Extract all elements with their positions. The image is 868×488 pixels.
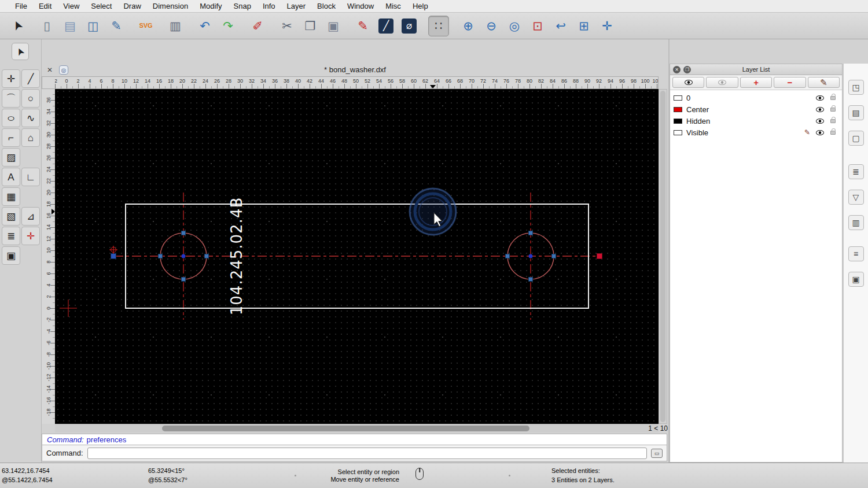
ellipse-tool[interactable]: ○ — [2, 109, 20, 127]
copy-button[interactable]: ❐ — [300, 16, 321, 36]
menu-draw[interactable]: Draw — [117, 0, 146, 13]
layer-row-0[interactable]: 0 — [670, 92, 842, 103]
center-point-left[interactable] — [182, 254, 186, 258]
layer-panel-float-icon[interactable]: ❐ — [683, 66, 691, 73]
endpoint-handle-right[interactable] — [597, 254, 602, 259]
new-file-button[interactable]: ▯ — [36, 16, 57, 36]
text-tool[interactable]: A — [2, 168, 20, 186]
console-toggle-icon[interactable]: ▭ — [651, 449, 663, 458]
construction-toggle-button[interactable]: ⌀ — [399, 16, 420, 36]
save-as-button[interactable]: ✎ — [106, 16, 127, 36]
arc-tool[interactable]: ⌒ — [2, 89, 20, 108]
library-browser-toggle[interactable]: ≣ — [848, 164, 864, 179]
menu-file[interactable]: File — [9, 0, 33, 13]
layer-visibility-eye-icon[interactable] — [816, 130, 824, 135]
polyline-tool[interactable]: ⌐ — [2, 128, 20, 147]
polygon-tool[interactable]: ⌂ — [21, 128, 40, 147]
h-scrollbar[interactable] — [55, 424, 659, 432]
menu-info[interactable]: Info — [257, 0, 281, 13]
paste-button[interactable]: ▣ — [323, 16, 344, 36]
menu-block[interactable]: Block — [311, 0, 341, 13]
menu-dimension[interactable]: Dimension — [147, 0, 194, 13]
cut-button[interactable]: ✂ — [277, 16, 297, 36]
center-point-right[interactable] — [529, 254, 533, 258]
layer-lock-icon[interactable] — [830, 96, 836, 100]
grid-toggle-button[interactable]: ∷ — [428, 16, 449, 36]
layer-list-toggle[interactable]: ▤ — [848, 105, 864, 120]
layer-row-hidden[interactable]: Hidden — [670, 115, 842, 127]
circle-tool[interactable]: ○ — [21, 89, 40, 108]
zoom-selected-button[interactable]: ⊡ — [527, 16, 548, 36]
command-line-toggle[interactable]: ≡ — [848, 246, 864, 261]
spline-tool[interactable]: ∿ — [21, 109, 40, 127]
menu-view[interactable]: View — [57, 0, 85, 13]
drawing-svg[interactable]: 104.245.02.4B — [55, 89, 659, 424]
block-3d-tool[interactable]: ▣ — [2, 246, 20, 265]
measure-tool[interactable]: ⊿ — [21, 207, 40, 225]
remove-layer-button[interactable]: − — [774, 77, 806, 88]
open-file-button[interactable]: ▤ — [60, 16, 80, 36]
menu-layer[interactable]: Layer — [281, 0, 312, 13]
draw-order-tool[interactable]: ≣ — [2, 227, 20, 245]
dimension-tool[interactable]: ∟ — [21, 168, 40, 186]
menu-edit[interactable]: Edit — [33, 0, 57, 13]
zoom-in-button[interactable]: ⊕ — [458, 16, 479, 36]
snap-tool[interactable]: ✛ — [21, 227, 40, 245]
part-label-text[interactable]: 104.245.02.4B — [228, 197, 245, 316]
add-layer-button[interactable]: + — [740, 77, 772, 88]
layer-row-visible[interactable]: Visible✎ — [670, 127, 842, 138]
menu-help[interactable]: Help — [407, 0, 434, 13]
redo-button[interactable]: ↷ — [218, 16, 238, 36]
zoom-window-button[interactable]: ⊞ — [573, 16, 594, 36]
image-tool[interactable]: ▦ — [2, 187, 20, 206]
layer-lock-icon[interactable] — [830, 108, 836, 112]
endpoint-handle-left[interactable] — [111, 254, 116, 259]
pen-palette-toggle[interactable]: ▥ — [848, 215, 864, 230]
layer-lock-icon[interactable] — [830, 119, 836, 123]
zoom-previous-button[interactable]: ↩ — [550, 16, 571, 36]
v-scrollbar-thumb[interactable] — [660, 91, 665, 422]
layer-panel-close-icon[interactable]: ✕ — [673, 66, 681, 73]
pen-button[interactable]: ✎ — [352, 16, 373, 36]
v-scrollbar[interactable] — [659, 89, 667, 424]
svg-export-button[interactable]: SVG — [135, 16, 156, 36]
select-arrow-button[interactable]: ➤ — [7, 16, 28, 36]
save-button[interactable]: ◫ — [83, 16, 104, 36]
menu-select[interactable]: Select — [85, 0, 117, 13]
edit-layer-button[interactable]: ✎ — [808, 77, 840, 88]
layer-lock-icon[interactable] — [830, 131, 836, 135]
delete-button[interactable]: ✐ — [247, 16, 268, 36]
properties-panel-toggle[interactable]: ◳ — [848, 80, 864, 95]
layer-row-center[interactable]: Center — [670, 103, 842, 115]
hatch-tool[interactable]: ▨ — [2, 148, 20, 167]
layer-visibility-eye-icon[interactable] — [816, 107, 824, 112]
layer-color-swatch[interactable] — [674, 95, 682, 101]
block-list-toggle[interactable]: ▢ — [848, 131, 864, 146]
drawing-canvas[interactable]: 104.245.02.4B — [55, 89, 659, 424]
line-tool[interactable]: ╱ — [21, 69, 40, 88]
clipboard-panel-toggle[interactable]: ▣ — [848, 272, 864, 287]
layer-visibility-eye-icon[interactable] — [816, 95, 824, 101]
layer-color-swatch[interactable] — [674, 107, 682, 112]
layer-visibility-eye-icon[interactable] — [816, 119, 824, 124]
menu-snap[interactable]: Snap — [228, 0, 257, 13]
zoom-auto-button[interactable]: ◎ — [504, 16, 525, 36]
layer-color-swatch[interactable] — [674, 130, 682, 135]
menu-misc[interactable]: Misc — [380, 0, 407, 13]
line-attributes-button[interactable]: ╱ — [376, 16, 396, 36]
h-scrollbar-thumb[interactable] — [162, 426, 529, 431]
zoom-out-button[interactable]: ⊖ — [481, 16, 502, 36]
undo-button[interactable]: ↶ — [194, 16, 215, 36]
filter-toggle[interactable]: ▽ — [848, 190, 864, 205]
hatch-edit-tool[interactable]: ▧ — [2, 207, 20, 225]
points-tool[interactable]: ✛ — [2, 69, 20, 88]
show-all-layers-button[interactable] — [672, 77, 704, 88]
pan-button[interactable]: ✛ — [597, 16, 617, 36]
command-input[interactable] — [87, 448, 647, 459]
menu-modify[interactable]: Modify — [194, 0, 227, 13]
select-tool-button[interactable]: ➤ — [12, 43, 29, 60]
menu-window[interactable]: Window — [341, 0, 380, 13]
layer-color-swatch[interactable] — [674, 119, 682, 124]
print-preview-button[interactable]: ▥ — [165, 16, 186, 36]
hide-all-layers-button[interactable] — [706, 77, 738, 88]
